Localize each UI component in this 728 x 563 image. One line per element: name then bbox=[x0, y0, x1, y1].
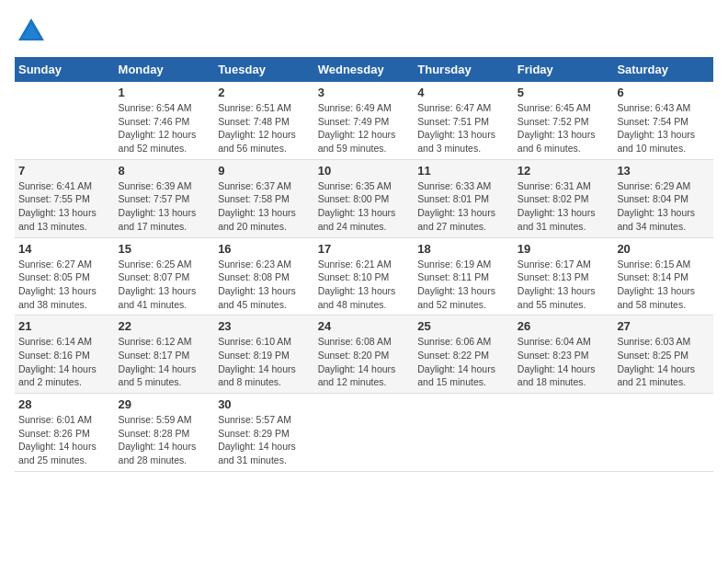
calendar-cell: 1Sunrise: 6:54 AMSunset: 7:46 PMDaylight… bbox=[115, 82, 215, 159]
week-row-3: 14Sunrise: 6:27 AMSunset: 8:05 PMDayligh… bbox=[15, 237, 713, 316]
day-info: Sunrise: 6:51 AMSunset: 7:48 PMDaylight:… bbox=[218, 101, 311, 155]
calendar-cell: 13Sunrise: 6:29 AMSunset: 8:04 PMDayligh… bbox=[613, 159, 713, 237]
day-number: 5 bbox=[518, 86, 610, 99]
calendar-cell bbox=[15, 82, 115, 159]
day-info: Sunrise: 6:37 AMSunset: 7:58 PMDaylight:… bbox=[218, 179, 311, 234]
calendar-cell: 9Sunrise: 6:37 AMSunset: 7:58 PMDaylight… bbox=[214, 159, 314, 237]
calendar-cell: 28Sunrise: 6:01 AMSunset: 8:26 PMDayligh… bbox=[15, 394, 115, 472]
day-info: Sunrise: 5:59 AMSunset: 8:28 PMDaylight:… bbox=[119, 413, 211, 467]
header-day-sunday: Sunday bbox=[15, 57, 115, 82]
day-info: Sunrise: 6:41 AMSunset: 7:55 PMDaylight:… bbox=[18, 179, 111, 234]
calendar-cell: 25Sunrise: 6:06 AMSunset: 8:22 PMDayligh… bbox=[414, 316, 514, 394]
calendar-cell: 30Sunrise: 5:57 AMSunset: 8:29 PMDayligh… bbox=[214, 394, 314, 472]
day-number: 18 bbox=[417, 242, 510, 256]
logo-icon bbox=[15, 15, 48, 48]
day-number: 29 bbox=[119, 397, 211, 411]
week-row-1: 1Sunrise: 6:54 AMSunset: 7:46 PMDaylight… bbox=[15, 82, 713, 159]
day-info: Sunrise: 6:06 AMSunset: 8:22 PMDaylight:… bbox=[417, 335, 510, 389]
header-day-wednesday: Wednesday bbox=[314, 57, 415, 82]
day-number: 16 bbox=[218, 242, 311, 256]
calendar-cell: 21Sunrise: 6:14 AMSunset: 8:16 PMDayligh… bbox=[15, 316, 115, 394]
header-day-friday: Friday bbox=[514, 57, 614, 82]
day-info: Sunrise: 5:57 AMSunset: 8:29 PMDaylight:… bbox=[218, 413, 311, 467]
day-info: Sunrise: 6:43 AMSunset: 7:54 PMDaylight:… bbox=[617, 101, 710, 155]
calendar-cell: 26Sunrise: 6:04 AMSunset: 8:23 PMDayligh… bbox=[514, 316, 614, 394]
calendar-cell bbox=[514, 394, 614, 472]
day-info: Sunrise: 6:23 AMSunset: 8:08 PMDaylight:… bbox=[218, 258, 311, 312]
calendar-cell bbox=[414, 394, 514, 472]
day-info: Sunrise: 6:31 AMSunset: 8:02 PMDaylight:… bbox=[518, 179, 610, 234]
day-number: 17 bbox=[318, 242, 411, 256]
day-info: Sunrise: 6:14 AMSunset: 8:16 PMDaylight:… bbox=[18, 335, 111, 389]
day-info: Sunrise: 6:15 AMSunset: 8:14 PMDaylight:… bbox=[617, 258, 710, 312]
day-number: 30 bbox=[218, 397, 311, 411]
calendar-cell: 2Sunrise: 6:51 AMSunset: 7:48 PMDaylight… bbox=[214, 82, 314, 159]
header-day-monday: Monday bbox=[115, 57, 215, 82]
day-number: 26 bbox=[518, 319, 610, 333]
header-day-saturday: Saturday bbox=[613, 57, 713, 82]
day-info: Sunrise: 6:49 AMSunset: 7:49 PMDaylight:… bbox=[318, 101, 411, 155]
day-info: Sunrise: 6:10 AMSunset: 8:19 PMDaylight:… bbox=[218, 335, 311, 389]
calendar-cell: 14Sunrise: 6:27 AMSunset: 8:05 PMDayligh… bbox=[15, 237, 115, 316]
week-row-4: 21Sunrise: 6:14 AMSunset: 8:16 PMDayligh… bbox=[15, 316, 713, 394]
day-info: Sunrise: 6:08 AMSunset: 8:20 PMDaylight:… bbox=[318, 335, 411, 389]
header-day-tuesday: Tuesday bbox=[214, 57, 314, 82]
calendar-cell: 29Sunrise: 5:59 AMSunset: 8:28 PMDayligh… bbox=[115, 394, 215, 472]
day-number: 2 bbox=[218, 86, 311, 99]
day-number: 27 bbox=[617, 319, 710, 333]
day-info: Sunrise: 6:47 AMSunset: 7:51 PMDaylight:… bbox=[417, 101, 510, 155]
day-info: Sunrise: 6:04 AMSunset: 8:23 PMDaylight:… bbox=[518, 335, 610, 389]
day-info: Sunrise: 6:54 AMSunset: 7:46 PMDaylight:… bbox=[119, 101, 211, 155]
day-number: 23 bbox=[218, 319, 311, 333]
calendar-cell: 15Sunrise: 6:25 AMSunset: 8:07 PMDayligh… bbox=[115, 237, 215, 316]
calendar-cell: 4Sunrise: 6:47 AMSunset: 7:51 PMDaylight… bbox=[414, 82, 514, 159]
day-info: Sunrise: 6:35 AMSunset: 8:00 PMDaylight:… bbox=[318, 179, 411, 234]
day-info: Sunrise: 6:25 AMSunset: 8:07 PMDaylight:… bbox=[119, 258, 211, 312]
week-row-2: 7Sunrise: 6:41 AMSunset: 7:55 PMDaylight… bbox=[15, 159, 713, 237]
day-info: Sunrise: 6:29 AMSunset: 8:04 PMDaylight:… bbox=[617, 179, 710, 234]
day-info: Sunrise: 6:21 AMSunset: 8:10 PMDaylight:… bbox=[318, 258, 411, 312]
calendar-cell: 10Sunrise: 6:35 AMSunset: 8:00 PMDayligh… bbox=[314, 159, 415, 237]
day-number: 21 bbox=[18, 319, 111, 333]
day-info: Sunrise: 6:03 AMSunset: 8:25 PMDaylight:… bbox=[617, 335, 710, 389]
day-number: 8 bbox=[119, 164, 211, 178]
week-row-5: 28Sunrise: 6:01 AMSunset: 8:26 PMDayligh… bbox=[15, 394, 713, 472]
day-number: 20 bbox=[617, 242, 710, 256]
day-info: Sunrise: 6:01 AMSunset: 8:26 PMDaylight:… bbox=[18, 413, 111, 467]
calendar-cell: 12Sunrise: 6:31 AMSunset: 8:02 PMDayligh… bbox=[514, 159, 614, 237]
header bbox=[15, 15, 713, 48]
day-number: 22 bbox=[119, 319, 211, 333]
calendar-cell: 18Sunrise: 6:19 AMSunset: 8:11 PMDayligh… bbox=[414, 237, 514, 316]
day-info: Sunrise: 6:39 AMSunset: 7:57 PMDaylight:… bbox=[119, 179, 211, 234]
day-number: 19 bbox=[518, 242, 610, 256]
day-number: 28 bbox=[18, 397, 111, 411]
calendar-header-row: SundayMondayTuesdayWednesdayThursdayFrid… bbox=[15, 57, 713, 82]
day-number: 25 bbox=[417, 319, 510, 333]
day-info: Sunrise: 6:19 AMSunset: 8:11 PMDaylight:… bbox=[417, 258, 510, 312]
day-number: 15 bbox=[119, 242, 211, 256]
calendar-cell: 5Sunrise: 6:45 AMSunset: 7:52 PMDaylight… bbox=[514, 82, 614, 159]
calendar-cell: 6Sunrise: 6:43 AMSunset: 7:54 PMDaylight… bbox=[613, 82, 713, 159]
day-number: 9 bbox=[218, 164, 311, 178]
day-number: 3 bbox=[318, 86, 411, 99]
day-number: 13 bbox=[617, 164, 710, 178]
calendar-cell: 20Sunrise: 6:15 AMSunset: 8:14 PMDayligh… bbox=[613, 237, 713, 316]
header-day-thursday: Thursday bbox=[414, 57, 514, 82]
day-number: 24 bbox=[318, 319, 411, 333]
calendar-cell: 19Sunrise: 6:17 AMSunset: 8:13 PMDayligh… bbox=[514, 237, 614, 316]
calendar-cell: 16Sunrise: 6:23 AMSunset: 8:08 PMDayligh… bbox=[214, 237, 314, 316]
day-number: 10 bbox=[318, 164, 411, 178]
calendar-cell: 3Sunrise: 6:49 AMSunset: 7:49 PMDaylight… bbox=[314, 82, 415, 159]
day-number: 11 bbox=[417, 164, 510, 178]
calendar-cell: 11Sunrise: 6:33 AMSunset: 8:01 PMDayligh… bbox=[414, 159, 514, 237]
day-number: 7 bbox=[18, 164, 111, 178]
calendar-cell: 27Sunrise: 6:03 AMSunset: 8:25 PMDayligh… bbox=[613, 316, 713, 394]
day-info: Sunrise: 6:12 AMSunset: 8:17 PMDaylight:… bbox=[119, 335, 211, 389]
logo bbox=[15, 15, 51, 48]
day-number: 14 bbox=[18, 242, 111, 256]
day-number: 4 bbox=[417, 86, 510, 99]
calendar-cell: 8Sunrise: 6:39 AMSunset: 7:57 PMDaylight… bbox=[115, 159, 215, 237]
calendar-cell: 24Sunrise: 6:08 AMSunset: 8:20 PMDayligh… bbox=[314, 316, 415, 394]
day-info: Sunrise: 6:45 AMSunset: 7:52 PMDaylight:… bbox=[518, 101, 610, 155]
day-info: Sunrise: 6:17 AMSunset: 8:13 PMDaylight:… bbox=[518, 258, 610, 312]
